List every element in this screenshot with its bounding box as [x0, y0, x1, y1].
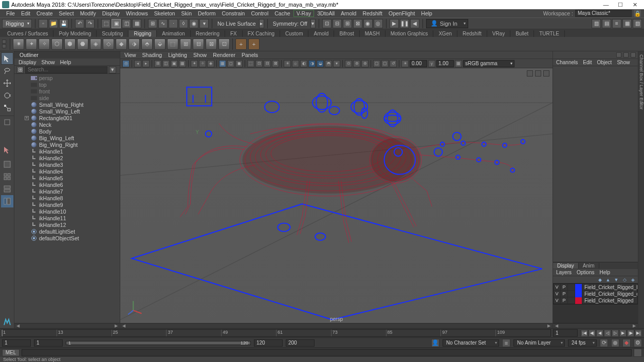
snap-toggle-button[interactable]: ▾: [199, 19, 209, 28]
cns-toggle-button[interactable]: ◉: [363, 19, 373, 28]
shelf-button[interactable]: ⬚: [167, 39, 178, 50]
vp-menu-view[interactable]: View: [124, 52, 136, 58]
lasso-tool[interactable]: [1, 65, 13, 77]
step-forward-button[interactable]: ▶: [619, 330, 627, 337]
script-editor-button[interactable]: [634, 349, 642, 357]
auto-key-button[interactable]: [611, 339, 619, 347]
outliner-item[interactable]: defaultLightSet: [14, 228, 120, 235]
layer-playback-toggle[interactable]: P: [561, 284, 568, 291]
loop-button[interactable]: ⟳: [600, 339, 608, 347]
render-ipr-button[interactable]: ❚❚: [400, 19, 409, 28]
outliner-item[interactable]: ikHandle6: [14, 181, 120, 188]
vp-menu-show[interactable]: Show: [193, 52, 207, 58]
select-object-button[interactable]: ▣: [112, 19, 121, 28]
menu-create[interactable]: Create: [33, 10, 56, 17]
layout-single-button[interactable]: [1, 158, 13, 170]
panel-toggle-4[interactable]: ▦: [622, 19, 632, 28]
outliner-item[interactable]: Big_Wing_Right: [14, 141, 120, 148]
menu-windows[interactable]: Windows: [123, 10, 151, 17]
snap-point-button[interactable]: ⋅: [169, 19, 178, 28]
layer-add-selected-icon[interactable]: ◈: [630, 277, 636, 283]
shelf-tab-arnold[interactable]: Arnold: [308, 30, 334, 37]
menu-cache[interactable]: Cache: [271, 10, 293, 17]
shelf-button[interactable]: ◇: [103, 39, 114, 50]
outliner-item[interactable]: Body: [14, 128, 120, 135]
range-start-inner-field[interactable]: 1: [34, 339, 63, 347]
panel-toggle-3[interactable]: ≡: [612, 19, 621, 28]
step-forward-key-button[interactable]: |▶: [627, 330, 634, 337]
char-set-icon[interactable]: 👤: [431, 339, 439, 347]
vp-btn[interactable]: ▦: [179, 60, 186, 67]
shelf-button[interactable]: ⬣: [77, 39, 88, 50]
move-tool[interactable]: [1, 77, 13, 89]
set-key-button[interactable]: [622, 339, 631, 347]
rotate-tool[interactable]: [1, 89, 13, 102]
shelf-tab-turtle[interactable]: TURTLE: [534, 30, 565, 37]
cns-history-button[interactable]: ⊠: [353, 19, 362, 28]
outliner-item[interactable]: ikHandle7: [14, 188, 120, 195]
menu-modify[interactable]: Modify: [77, 10, 99, 17]
vp-btn[interactable]: ⊡: [255, 60, 263, 67]
outliner-search-dropdown-icon[interactable]: ▾: [109, 66, 116, 73]
select-tool[interactable]: [1, 52, 13, 65]
rp-min-icon[interactable]: [616, 52, 621, 58]
layer-add-empty-icon[interactable]: ◇: [621, 277, 628, 283]
vp-btn[interactable]: ⊛: [361, 60, 369, 67]
vp-btn[interactable]: ◑: [308, 60, 316, 67]
snap-grid-button[interactable]: ⊞: [148, 19, 157, 28]
outliner-item[interactable]: ikHandle3: [14, 161, 120, 168]
command-input[interactable]: [22, 349, 632, 356]
vp-btn[interactable]: ◈: [207, 60, 214, 67]
shelf-button[interactable]: ◆: [116, 39, 127, 50]
vp-btn[interactable]: ▸: [142, 60, 150, 67]
side-tab-channelbox[interactable]: Channel Box / Layer Editor: [638, 51, 644, 328]
anim-layer-icon[interactable]: ≡: [502, 339, 510, 347]
cns-input-button[interactable]: ⊡: [322, 19, 332, 28]
render-settings-button[interactable]: ◀: [410, 19, 419, 28]
range-slider[interactable]: 1 120: [66, 341, 251, 345]
outliner-item[interactable]: ikHandle9: [14, 201, 120, 208]
go-start-button[interactable]: |◀: [581, 330, 588, 337]
outliner-item[interactable]: Small_Wing_Left: [14, 108, 120, 115]
shelf-tab-fx[interactable]: FX: [225, 30, 243, 37]
shelf-tab-fxcaching[interactable]: FX Caching: [243, 30, 280, 37]
shelf-tab-sculpting[interactable]: Sculpting: [97, 30, 128, 37]
vp-btn[interactable]: ◂: [134, 60, 141, 67]
maximize-button[interactable]: ☐: [613, 1, 628, 9]
outliner-item[interactable]: side: [14, 94, 120, 101]
menu-display[interactable]: Display: [99, 10, 123, 17]
scroll-left-icon[interactable]: ◀: [555, 323, 558, 328]
fps-dropdown[interactable]: 24 fps: [568, 339, 597, 347]
vp-btn[interactable]: ⊠: [272, 60, 279, 67]
viewport-3d[interactable]: Y persp: [120, 68, 553, 323]
anim-layer-dropdown[interactable]: No Anim Layer: [513, 339, 565, 347]
layer-visible-toggle[interactable]: V: [554, 291, 561, 297]
play-forward-button[interactable]: ▷: [612, 330, 619, 337]
menu-file[interactable]: File: [3, 10, 18, 17]
layer-state-toggle[interactable]: [568, 297, 575, 304]
soft-select-tool[interactable]: [1, 144, 13, 156]
cb-menu-show[interactable]: Show: [617, 60, 630, 65]
menu-skeleton[interactable]: Skeleton: [151, 10, 178, 17]
outliner-item[interactable]: Big_Wing_Left: [14, 135, 120, 141]
menu-arnold[interactable]: Arnold: [338, 10, 359, 17]
vp-btn[interactable]: ⊟: [264, 60, 271, 67]
outliner-list[interactable]: persptopfrontsideSmall_Wing_RightSmall_W…: [14, 74, 120, 323]
script-language-dropdown[interactable]: MEL: [2, 349, 20, 356]
step-back-button[interactable]: ◀: [596, 330, 603, 337]
redo-button[interactable]: ↷: [85, 19, 95, 28]
shelf-button[interactable]: ◈: [90, 39, 101, 50]
panel-toggle-2[interactable]: ▤: [602, 19, 611, 28]
layer-row[interactable]: VPField_Cricket_Rigged_bones: [554, 284, 637, 291]
character-set-dropdown[interactable]: No Character Set: [443, 339, 499, 347]
minimize-button[interactable]: —: [599, 1, 613, 9]
cb-menu-channels[interactable]: Channels: [556, 60, 578, 65]
menu-edit[interactable]: Edit: [18, 10, 33, 17]
open-scene-button[interactable]: 📁: [49, 19, 58, 28]
scroll-right-icon[interactable]: ▶: [633, 323, 636, 328]
layer-h-scrollbar[interactable]: ◀ ▶: [553, 323, 638, 328]
snap-live-button[interactable]: ◉: [189, 19, 198, 28]
vp-select-camera-button[interactable]: ◎: [122, 60, 130, 67]
vp-btn[interactable]: ☼: [292, 60, 299, 67]
symmetry-arrow-icon[interactable]: ▾: [310, 19, 316, 28]
